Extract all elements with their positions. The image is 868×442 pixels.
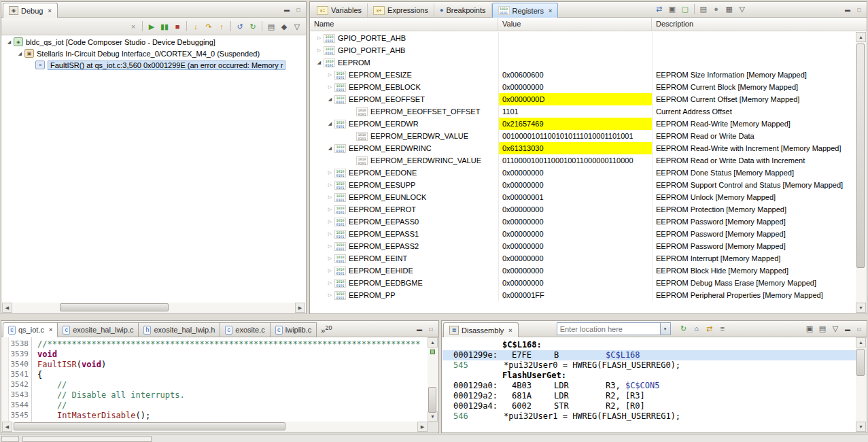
debug-tree-item[interactable]: ≡FaultISR() at qs_iot.c:3,560 0x0001299E…	[2, 59, 305, 71]
close-icon[interactable]: ×	[49, 326, 52, 333]
terminate-icon[interactable]: ■	[171, 20, 184, 33]
minimize-button[interactable]: ▬	[843, 325, 852, 334]
copy-icon[interactable]: ▣	[803, 322, 816, 335]
register-row[interactable]: ◢10100101EEPROM_EERDWR0x21657469EEPROM R…	[311, 118, 856, 130]
step-return-icon[interactable]: ↑	[215, 20, 228, 33]
disassembly-line[interactable]: 000129a2:681ALDRR2, [R3]	[442, 391, 856, 401]
expander-icon[interactable]: ▷	[315, 32, 324, 44]
expander-icon[interactable]: ▷	[315, 44, 324, 56]
scroll-track[interactable]	[12, 422, 417, 432]
scroll-down-arrow[interactable]: ▼	[856, 422, 866, 432]
disassembly-vertical-scrollbar[interactable]: ▲ ▼	[856, 337, 866, 432]
register-row[interactable]: ▷10100101EEPROM_EEDBGME0x00000000EEPROM …	[311, 277, 856, 289]
register-row[interactable]: ▷10100101EEPROM_EEINT0x00000000EEPROM In…	[311, 252, 856, 265]
disassembly-listing[interactable]: $C$L168:0001299e:E7FEB$C$L168545*pui32Us…	[442, 337, 856, 432]
resume-icon[interactable]: ▶	[145, 20, 158, 33]
scroll-thumb[interactable]	[428, 387, 436, 413]
expander-icon[interactable]: ▷	[326, 69, 334, 81]
scroll-thumb[interactable]	[14, 422, 285, 430]
code-area[interactable]: //**************************************…	[32, 337, 428, 422]
minimize-button[interactable]: ▬	[415, 325, 424, 334]
expander-icon[interactable]: ▷	[326, 203, 334, 216]
annotation-marker[interactable]	[430, 350, 435, 354]
expander-icon[interactable]: ▷	[326, 252, 334, 265]
disassembly-source-line[interactable]: 546*pui32User1 = HWREG(FLASH_USERREG1);	[442, 411, 856, 422]
expander-icon[interactable]: ▷	[326, 191, 334, 203]
close-icon[interactable]: ×	[48, 7, 51, 14]
scroll-right-arrow[interactable]: ▶	[295, 303, 305, 313]
register-row[interactable]: ▷10100101EEPROM_EEBLOCK0x00000000EEPROM …	[311, 81, 856, 93]
register-row[interactable]: ▷10100101EEPROM_EEUNLOCK0x00000001EEPROM…	[311, 191, 856, 203]
export-icon[interactable]: ▤	[816, 322, 829, 335]
scroll-thumb[interactable]	[856, 349, 865, 376]
view-menu-icon[interactable]: ▽	[291, 20, 303, 33]
register-row[interactable]: ▷10100101EEPROM_EEPASS00x00000000EEPROM …	[311, 216, 856, 228]
tab-disassembly[interactable]: ≣ Disassembly ×	[443, 322, 519, 337]
editor-tab-lwiplib.c[interactable]: clwiplib.c	[271, 322, 317, 337]
code-editor[interactable]: 353835393540354135423543354435453546 //*…	[2, 337, 428, 422]
tab-breakpoints[interactable]: ●Breakpoints	[434, 3, 492, 17]
expander-icon[interactable]: ◢	[315, 56, 324, 69]
scroll-right-arrow[interactable]: ▶	[417, 422, 428, 432]
expander-icon[interactable]: ◢	[326, 118, 334, 130]
register-row[interactable]: ▷10100101EEPROM_EEHIDE0x00000000EEPROM B…	[311, 265, 856, 277]
remove-all-icon[interactable]: ×	[127, 20, 139, 33]
register-row[interactable]: ◢10100101EEPROM_EERDWRINC0x61313030EEPRO…	[311, 142, 856, 154]
scroll-down-arrow[interactable]: ▼	[428, 411, 438, 422]
instruction-stepping-icon[interactable]: ◆	[278, 20, 290, 33]
expander-icon[interactable]: ◢	[5, 39, 14, 45]
editor-tab-qs_iot.c[interactable]: cqs_iot.c×	[3, 322, 58, 337]
register-row[interactable]: ▷10100101EEPROM_EEDONE0x00000000EEPROM D…	[311, 167, 856, 179]
scroll-up-arrow[interactable]: ▲	[856, 32, 866, 42]
debug-tree-item[interactable]: ◢▣Stellaris In-Circuit Debug Interface_0…	[2, 48, 305, 59]
register-row[interactable]: ▷10100101GPIO_PORTF_AHB	[311, 44, 856, 56]
scroll-up-arrow[interactable]: ▲	[428, 337, 438, 347]
minimize-button[interactable]: ▬	[282, 5, 292, 14]
new-register-group-icon[interactable]: ▢	[679, 2, 691, 16]
pin-view-icon[interactable]: ●	[710, 2, 723, 16]
register-row[interactable]: ◢10100101EEPROM	[311, 56, 856, 69]
tab-debug[interactable]: ◈ Debug ×	[3, 3, 58, 18]
expander-icon[interactable]: ◢	[326, 142, 334, 154]
tab-expressions[interactable]: x+Expressions	[368, 3, 434, 17]
editor-horizontal-scrollbar[interactable]: ◀ ▶	[2, 422, 428, 432]
disassembly-label[interactable]: $C$L168:	[442, 340, 856, 350]
tab-variables[interactable]: x=Variables	[311, 3, 368, 17]
maximize-button[interactable]: □	[294, 5, 303, 14]
register-row[interactable]: 10100101EEPROM_EERDWRINC_VALUE0110000100…	[311, 154, 856, 167]
register-row[interactable]: ▷10100101EEPROM_EEPROT0x00000000EEPROM P…	[311, 203, 856, 216]
collapse-all-icon[interactable]: ▣	[666, 2, 678, 16]
register-row[interactable]: ▷10100101EEPROM_EEPASS10x00000000EEPROM …	[311, 228, 856, 240]
load-symbols-icon[interactable]: ⇄	[653, 2, 665, 16]
scroll-track[interactable]	[856, 347, 866, 422]
scroll-thumb[interactable]	[60, 303, 169, 311]
combo-dropdown-icon[interactable]: ▾	[660, 322, 671, 335]
register-row[interactable]: ▷10100101EEPROM_EEPASS20x00000000EEPROM …	[311, 240, 856, 252]
registers-table[interactable]: ▷10100101GPIO_PORTE_AHB▷10100101GPIO_POR…	[311, 32, 856, 313]
expander-icon[interactable]: ▷	[326, 81, 334, 93]
show-source-icon[interactable]: ≡	[716, 322, 729, 335]
maximize-button[interactable]: □	[854, 5, 864, 14]
expander-icon[interactable]: ▷	[326, 240, 334, 252]
step-over-icon[interactable]: ↷	[203, 20, 215, 33]
close-icon[interactable]: ×	[549, 7, 552, 14]
disassembly-label[interactable]: FlashUserGet:	[442, 371, 856, 381]
editor-tab-exosite_hal_lwip.h[interactable]: hexosite_hal_lwip.h	[139, 322, 220, 337]
close-icon[interactable]: ×	[508, 327, 512, 334]
register-row[interactable]: ▷10100101EEPROM_EESUPP0x00000000EEPROM S…	[311, 179, 856, 191]
scroll-track[interactable]	[856, 42, 866, 303]
editor-tab-exosite_hal_lwip.c[interactable]: cexosite_hal_lwip.c	[58, 322, 139, 337]
view-menu-icon[interactable]: ▽	[736, 2, 748, 16]
step-into-icon[interactable]: ↓	[190, 20, 202, 33]
home-icon[interactable]: ⌂	[691, 322, 703, 335]
expander-icon[interactable]: ▷	[326, 289, 334, 301]
location-input[interactable]	[557, 322, 660, 335]
registers-vertical-scrollbar[interactable]: ▲ ▼	[856, 32, 866, 313]
source-lookup-icon[interactable]: ▤	[265, 20, 277, 33]
disassembly-line[interactable]: 000129a0:4B03LDRR3, $C$CON5	[442, 381, 856, 391]
scroll-track[interactable]	[12, 303, 295, 313]
scroll-left-arrow[interactable]: ◀	[2, 303, 12, 313]
export-registers-icon[interactable]: ▤	[697, 2, 710, 16]
expander-icon[interactable]: ▷	[326, 228, 334, 240]
expander-icon[interactable]: ◢	[326, 93, 334, 105]
